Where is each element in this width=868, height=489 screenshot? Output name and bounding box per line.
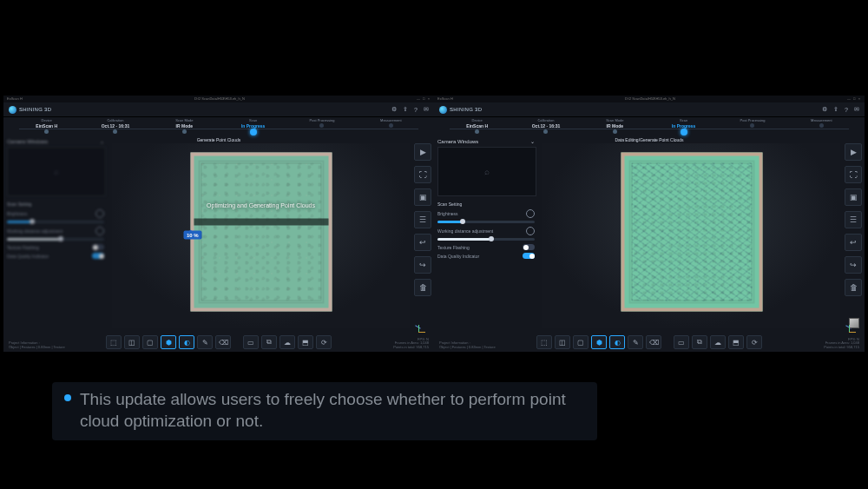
tool-11[interactable]: ⬒ bbox=[298, 335, 313, 349]
texture-flashing-row: Texture Flashing bbox=[7, 244, 104, 250]
step-measurement[interactable]: Measurement bbox=[787, 118, 856, 135]
tool-5[interactable]: ◐ bbox=[609, 335, 625, 349]
help-icon[interactable]: ? bbox=[845, 107, 848, 113]
redo-button[interactable]: ↪ bbox=[414, 256, 431, 274]
info-icon[interactable] bbox=[526, 227, 535, 235]
step-scan[interactable]: ScanIn Progress bbox=[649, 118, 718, 135]
play-button[interactable]: ▶ bbox=[414, 143, 431, 161]
bbox-icon[interactable]: ▣ bbox=[845, 188, 862, 206]
tool-1[interactable]: ⬚ bbox=[536, 335, 552, 349]
delete-button[interactable]: 🗑 bbox=[414, 279, 431, 296]
step-scan[interactable]: ScanIn Progress bbox=[219, 118, 287, 135]
step-calibration[interactable]: CalibrationOct.12 - 16:31 bbox=[511, 118, 580, 135]
texture-flashing-toggle[interactable] bbox=[92, 244, 104, 250]
tool-7[interactable]: ⌫ bbox=[215, 335, 231, 349]
tool-4[interactable]: ⬢ bbox=[161, 335, 176, 349]
viewport-subtitle: Generate Point Clouds bbox=[197, 137, 241, 142]
window-controls[interactable]: — □ × bbox=[417, 96, 431, 102]
wda-slider[interactable] bbox=[437, 238, 535, 241]
step-device[interactable]: DeviceEinScan H bbox=[443, 118, 511, 135]
brand-text: SHINING 3D bbox=[19, 107, 51, 112]
share-icon[interactable]: ⇪ bbox=[403, 106, 408, 113]
brightness-row: Brightness bbox=[7, 209, 104, 218]
scan-viewport[interactable]: Optimizing and Generating Point Clouds 1… bbox=[112, 143, 410, 328]
tool-6[interactable]: ✎ bbox=[628, 335, 643, 349]
tool-8[interactable]: ▭ bbox=[674, 335, 689, 349]
tool-9[interactable]: ⧉ bbox=[261, 335, 277, 349]
tool-9[interactable]: ⧉ bbox=[692, 335, 707, 349]
dqi-toggle[interactable] bbox=[523, 253, 535, 259]
bullet-icon bbox=[64, 394, 71, 401]
top-menubar: SHINING 3D ⚙ ⇪ ? ✉ bbox=[3, 102, 434, 117]
play-button[interactable]: ▶ bbox=[845, 143, 862, 161]
view-stats: FPS: NFrames in Area: 1,048Points in tot… bbox=[824, 338, 859, 350]
step-scan-mode[interactable]: Scan ModeIR Mode bbox=[581, 118, 649, 135]
redo-button[interactable]: ↪ bbox=[845, 256, 862, 274]
titlebar-path: D:\2 ScanData\H53\H53.eh_h_N bbox=[194, 96, 245, 102]
orientation-gizmo[interactable] bbox=[842, 318, 859, 335]
chevron-down-icon: ⌄ bbox=[100, 138, 104, 144]
scan-viewport[interactable] bbox=[542, 143, 840, 328]
brand-text: SHINING 3D bbox=[450, 107, 482, 112]
tool-10[interactable]: ☁ bbox=[710, 335, 726, 349]
info-icon[interactable] bbox=[526, 209, 535, 218]
wda-row: Working distance adjustment bbox=[437, 227, 535, 235]
tool-12[interactable]: ⟳ bbox=[746, 335, 762, 349]
tool-4[interactable]: ⬢ bbox=[591, 335, 607, 349]
step-measurement[interactable]: Measurement bbox=[357, 118, 425, 135]
message-icon[interactable]: ✉ bbox=[424, 106, 429, 113]
tool-6[interactable]: ✎ bbox=[197, 335, 213, 349]
scanned-object-preview: Optimizing and Generating Point Clouds 1… bbox=[190, 153, 332, 312]
layers-icon[interactable]: ☰ bbox=[414, 211, 431, 228]
layers-icon[interactable]: ☰ bbox=[845, 211, 862, 228]
tool-1[interactable]: ⬚ bbox=[106, 335, 122, 349]
camera-windows-header[interactable]: Camera Windows⌄ bbox=[437, 138, 535, 144]
step-device[interactable]: DeviceEinScan H bbox=[12, 118, 81, 135]
caption-text: This update allows users to freely choos… bbox=[80, 389, 585, 432]
gear-icon[interactable]: ⚙ bbox=[391, 106, 397, 113]
step-post-processing[interactable]: Post Processing bbox=[718, 118, 786, 135]
viewport-subtitle: Data Editing/Generate Point Clouds bbox=[615, 137, 683, 142]
step-post-processing[interactable]: Post Processing bbox=[287, 118, 356, 135]
tool-3[interactable]: ▢ bbox=[573, 335, 589, 349]
help-icon[interactable]: ? bbox=[414, 107, 418, 113]
processing-overlay: Optimizing and Generating Point Clouds 1… bbox=[194, 156, 328, 308]
tool-3[interactable]: ▢ bbox=[142, 335, 158, 349]
wda-row: Working distance adjustment bbox=[7, 227, 104, 235]
undo-button[interactable]: ↩ bbox=[414, 234, 431, 251]
info-icon[interactable] bbox=[95, 227, 104, 235]
share-icon[interactable]: ⇪ bbox=[833, 106, 838, 113]
dqi-toggle[interactable] bbox=[92, 253, 104, 259]
step-scan-mode[interactable]: Scan ModeIR Mode bbox=[150, 118, 219, 135]
brightness-slider[interactable] bbox=[437, 221, 535, 223]
message-icon[interactable]: ✉ bbox=[854, 106, 859, 113]
workflow-stepbar: DeviceEinScan H CalibrationOct.12 - 16:3… bbox=[3, 117, 434, 136]
left-sidebar: Camera Windows⌄ ⌕ Scan Setting Brightnes… bbox=[7, 138, 104, 261]
info-icon[interactable] bbox=[95, 209, 104, 218]
fullscreen-icon[interactable]: ⛶ bbox=[414, 166, 431, 183]
tool-2[interactable]: ◫ bbox=[555, 335, 570, 349]
orientation-gizmo[interactable] bbox=[411, 318, 429, 335]
tool-8[interactable]: ▭ bbox=[243, 335, 259, 349]
tool-2[interactable]: ◫ bbox=[124, 335, 140, 349]
dqi-row: Data Quality Indicator bbox=[437, 253, 535, 259]
tool-10[interactable]: ☁ bbox=[279, 335, 295, 349]
fullscreen-icon[interactable]: ⛶ bbox=[845, 166, 862, 183]
tool-5[interactable]: ◐ bbox=[179, 335, 194, 349]
project-info: Project Information :Object | Features |… bbox=[439, 341, 496, 350]
bottom-toolbar: ⬚ ◫ ▢ ⬢ ◐ ✎ ⌫ ▭ ⧉ ☁ ⬒ ⟳ bbox=[536, 335, 762, 349]
window-controls[interactable]: — □ × bbox=[847, 96, 861, 102]
tool-7[interactable]: ⌫ bbox=[646, 335, 661, 349]
tool-12[interactable]: ⟳ bbox=[316, 335, 332, 349]
texture-flashing-toggle[interactable] bbox=[523, 244, 535, 250]
step-calibration[interactable]: CalibrationOct.12 - 16:31 bbox=[81, 118, 149, 135]
camera-windows-header[interactable]: Camera Windows⌄ bbox=[7, 138, 104, 144]
tool-11[interactable]: ⬒ bbox=[728, 335, 744, 349]
brightness-slider[interactable] bbox=[7, 221, 104, 223]
undo-button[interactable]: ↩ bbox=[845, 234, 862, 251]
delete-button[interactable]: 🗑 bbox=[845, 279, 862, 296]
bbox-icon[interactable]: ▣ bbox=[414, 188, 431, 206]
brand-logo: SHINING 3D bbox=[439, 106, 482, 114]
gear-icon[interactable]: ⚙ bbox=[822, 106, 827, 113]
wda-slider[interactable] bbox=[7, 238, 104, 241]
